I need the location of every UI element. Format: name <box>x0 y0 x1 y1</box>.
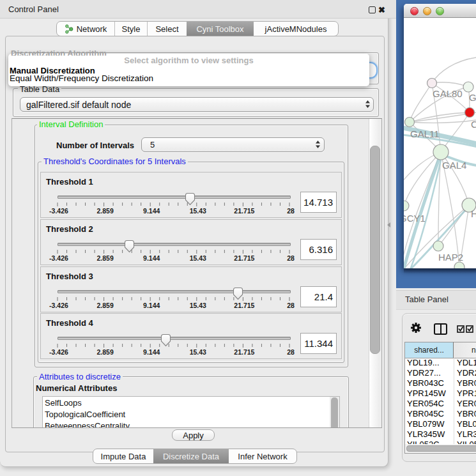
svg-text:GCY1: GCY1 <box>404 213 426 224</box>
svg-text:C: C <box>471 119 476 130</box>
svg-text:GAL11: GAL11 <box>410 128 440 139</box>
svg-text:GAL80: GAL80 <box>433 88 463 99</box>
svg-text:GAL4: GAL4 <box>442 160 466 171</box>
svg-text:G: G <box>469 92 476 103</box>
svg-text:H: H <box>471 208 476 219</box>
svg-text:HAP2: HAP2 <box>438 252 463 263</box>
